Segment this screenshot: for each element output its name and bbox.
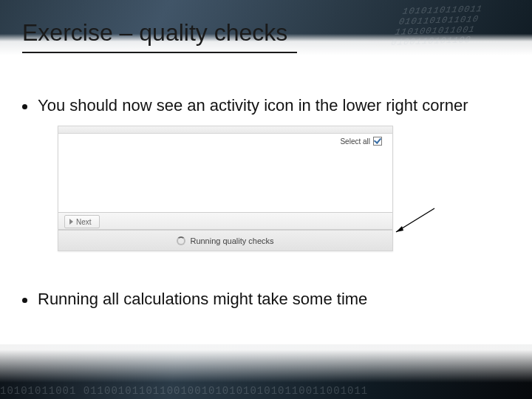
spinner-icon: [177, 236, 185, 245]
select-all-checkbox[interactable]: Select all: [340, 137, 382, 146]
content-area-2: Running all calculations might take some…: [22, 290, 510, 316]
checkbox-icon: [373, 137, 382, 146]
arrow-right-icon: [69, 219, 73, 225]
bullet-one-text: You should now see an activity icon in t…: [38, 96, 468, 115]
binary-decor-bottom: 10101011001 0110010110110010010101010101…: [0, 385, 532, 397]
app-screenshot: Select all Next Running quality checks: [58, 126, 393, 251]
svg-marker-1: [396, 226, 403, 232]
next-button[interactable]: Next: [64, 215, 100, 228]
bullet-one: You should now see an activity icon in t…: [22, 96, 510, 115]
status-text: Running quality checks: [190, 236, 273, 245]
next-button-label: Next: [76, 218, 92, 226]
slide: 1010110110011 0101101011010 110100101100…: [0, 0, 532, 399]
bullet-dot: [22, 298, 27, 303]
bullet-two-text: Running all calculations might take some…: [38, 290, 367, 309]
binary-decor-top: 1010110110011 0101101011010 110100101100…: [380, 2, 524, 73]
screenshot-header: [58, 126, 392, 134]
svg-line-0: [396, 208, 434, 232]
bullet-two: Running all calculations might take some…: [22, 290, 510, 309]
toolbar-panel: Next: [58, 212, 392, 230]
bottom-banner: 10101011001 0110010110110010010101010101…: [0, 344, 532, 399]
title-underline: [22, 52, 297, 53]
annotation-arrow: [392, 207, 436, 236]
slide-title: Exercise – quality checks: [22, 19, 287, 47]
select-all-label: Select all: [340, 137, 370, 146]
content-area: You should now see an activity icon in t…: [22, 96, 510, 123]
status-bar: Running quality checks: [58, 230, 392, 250]
bullet-dot: [22, 104, 27, 109]
